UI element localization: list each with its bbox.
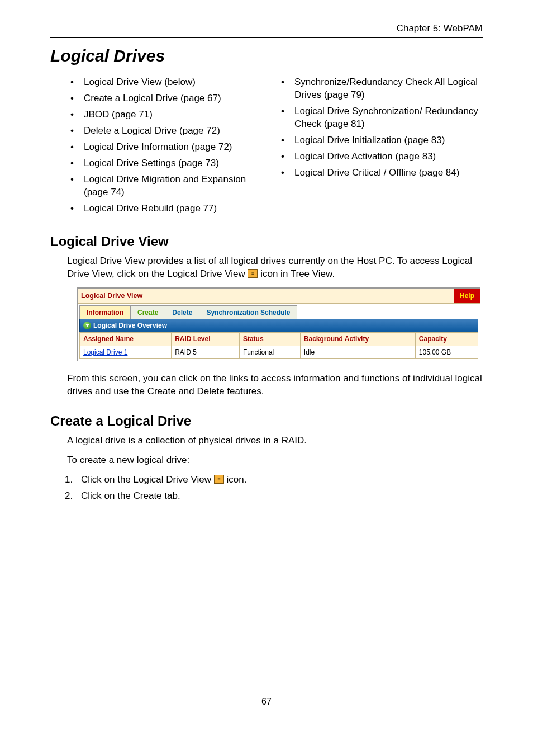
toc-left-list: •Logical Drive View (below) •Create a Lo…	[67, 76, 272, 215]
toc-item: •Logical Drive Migration and Expansion (…	[67, 173, 272, 199]
step-item: Click on the Logical Drive View ≡ icon.	[75, 474, 483, 486]
toc-item: •Logical Drive Rebuild (page 77)	[67, 202, 272, 215]
toc-item: •Logical Drive Critical / Offline (page …	[278, 167, 483, 179]
toc-item: •Logical Drive Activation (page 83)	[278, 150, 483, 163]
toc-item: •Logical Drive View (below)	[67, 76, 272, 89]
tab-information[interactable]: Information	[79, 305, 130, 319]
ldv-screenshot-panel: Logical Drive View Help Information Crea…	[77, 287, 480, 361]
table-row: Logical Drive 1 RAID 5 Functional Idle 1…	[80, 346, 478, 358]
toc-item: •Logical Drive Synchronization/ Redundan…	[278, 105, 483, 131]
col-capacity: Capacity	[415, 333, 478, 346]
toc-right-list: •Synchronize/Redundancy Check All Logica…	[278, 76, 483, 179]
create-intro2: To create a new logical drive:	[67, 454, 483, 467]
header-rule	[50, 37, 483, 38]
create-section-title: Create a Logical Drive	[50, 412, 483, 430]
tab-sync-schedule[interactable]: Synchronization Schedule	[199, 305, 297, 319]
logical-drive-table: Assigned Name RAID Level Status Backgrou…	[79, 332, 478, 358]
page-footer: 67	[50, 693, 483, 708]
create-intro1: A logical drive is a collection of physi…	[67, 434, 483, 447]
panel-title: Logical Drive View	[78, 291, 454, 301]
create-steps: Click on the Logical Drive View ≡ icon. …	[50, 474, 483, 503]
step-item: Click on the Create tab.	[75, 490, 483, 503]
help-button[interactable]: Help	[454, 289, 480, 303]
logical-drive-view-icon: ≡	[214, 475, 224, 484]
cell-activity: Idle	[300, 346, 415, 358]
chapter-heading: Chapter 5: WebPAM	[50, 22, 483, 35]
toc-item: •Logical Drive Information (page 72)	[67, 141, 272, 154]
logical-drive-link[interactable]: Logical Drive 1	[83, 348, 127, 356]
footer-rule	[50, 693, 483, 693]
ldv-section-title: Logical Drive View	[50, 233, 483, 251]
toc-item: •Logical Drive Settings (page 73)	[67, 157, 272, 170]
cell-raid-level: RAID 5	[172, 346, 240, 358]
col-assigned-name: Assigned Name	[80, 333, 172, 346]
cell-capacity: 105.00 GB	[415, 346, 478, 358]
toc-columns: •Logical Drive View (below) •Create a Lo…	[67, 73, 483, 218]
col-background-activity: Background Activity	[300, 333, 415, 346]
table-header-row: Assigned Name RAID Level Status Backgrou…	[80, 333, 478, 346]
overview-title: Logical Drive Overview	[93, 321, 167, 330]
toc-item: •Synchronize/Redundancy Check All Logica…	[278, 76, 483, 102]
panel-titlebar: Logical Drive View Help	[78, 289, 480, 304]
col-status: Status	[239, 333, 300, 346]
tab-create[interactable]: Create	[130, 305, 165, 319]
overview-bar: ▾ Logical Drive Overview	[79, 319, 478, 332]
chevron-down-circle-icon[interactable]: ▾	[83, 322, 91, 329]
toc-item: •Delete a Logical Drive (page 72)	[67, 125, 272, 138]
page-number: 67	[50, 696, 483, 708]
col-raid-level: RAID Level	[172, 333, 240, 346]
tab-delete[interactable]: Delete	[165, 305, 199, 319]
ldv-intro-text: Logical Drive View provides a list of al…	[67, 255, 483, 281]
page-title: Logical Drives	[50, 45, 483, 68]
logical-drive-view-icon: ≡	[248, 269, 258, 278]
toc-item: •Logical Drive Initialization (page 83)	[278, 134, 483, 147]
toc-item: •JBOD (page 71)	[67, 108, 272, 121]
tab-row: Information Create Delete Synchronizatio…	[79, 305, 478, 319]
cell-status: Functional	[239, 346, 300, 358]
ldv-footnote: From this screen, you can click on the l…	[67, 372, 483, 398]
toc-item: •Create a Logical Drive (page 67)	[67, 92, 272, 105]
